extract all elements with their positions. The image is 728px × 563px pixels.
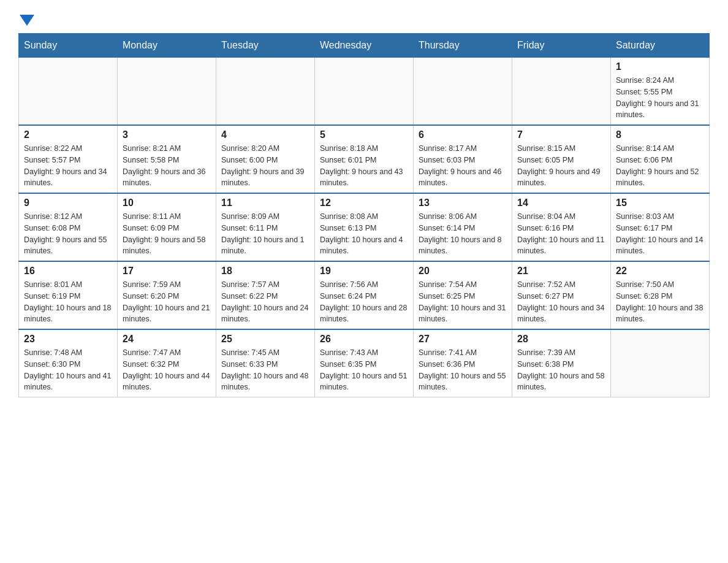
calendar-cell: 8Sunrise: 8:14 AMSunset: 6:06 PMDaylight… <box>611 125 710 193</box>
day-number: 11 <box>221 197 309 209</box>
day-info: Sunrise: 7:52 AMSunset: 6:27 PMDaylight:… <box>517 279 605 325</box>
day-info: Sunrise: 7:47 AMSunset: 6:32 PMDaylight:… <box>123 347 211 393</box>
day-info: Sunrise: 8:03 AMSunset: 6:17 PMDaylight:… <box>616 211 704 257</box>
day-info: Sunrise: 8:12 AMSunset: 6:08 PMDaylight:… <box>24 211 112 257</box>
day-info: Sunrise: 8:21 AMSunset: 5:58 PMDaylight:… <box>123 143 211 189</box>
calendar-cell: 3Sunrise: 8:21 AMSunset: 5:58 PMDaylight… <box>118 125 216 193</box>
day-info: Sunrise: 8:18 AMSunset: 6:01 PMDaylight:… <box>320 143 408 189</box>
calendar-cell: 14Sunrise: 8:04 AMSunset: 6:16 PMDayligh… <box>512 193 611 261</box>
calendar-cell <box>19 58 118 126</box>
calendar-cell: 21Sunrise: 7:52 AMSunset: 6:27 PMDayligh… <box>512 261 611 329</box>
day-number: 8 <box>616 129 704 140</box>
day-number: 7 <box>517 129 605 140</box>
day-info: Sunrise: 7:50 AMSunset: 6:28 PMDaylight:… <box>616 279 704 325</box>
calendar-cell: 23Sunrise: 7:48 AMSunset: 6:30 PMDayligh… <box>19 329 118 397</box>
day-number: 1 <box>616 61 704 72</box>
day-number: 14 <box>517 197 605 209</box>
day-number: 23 <box>24 334 112 345</box>
calendar-week-row: 23Sunrise: 7:48 AMSunset: 6:30 PMDayligh… <box>19 329 710 397</box>
calendar-week-row: 16Sunrise: 8:01 AMSunset: 6:19 PMDayligh… <box>19 261 710 329</box>
page-header <box>18 12 710 27</box>
calendar-week-row: 1Sunrise: 8:24 AMSunset: 5:55 PMDaylight… <box>19 58 710 126</box>
calendar-cell: 22Sunrise: 7:50 AMSunset: 6:28 PMDayligh… <box>611 261 710 329</box>
calendar-header-monday: Monday <box>118 34 216 58</box>
calendar-header-row: SundayMondayTuesdayWednesdayThursdayFrid… <box>19 34 710 58</box>
calendar-cell: 6Sunrise: 8:17 AMSunset: 6:03 PMDaylight… <box>414 125 512 193</box>
calendar-header-friday: Friday <box>512 34 611 58</box>
calendar-cell: 18Sunrise: 7:57 AMSunset: 6:22 PMDayligh… <box>216 261 315 329</box>
calendar-cell: 19Sunrise: 7:56 AMSunset: 6:24 PMDayligh… <box>315 261 414 329</box>
day-info: Sunrise: 8:08 AMSunset: 6:13 PMDaylight:… <box>320 211 408 257</box>
calendar-cell: 9Sunrise: 8:12 AMSunset: 6:08 PMDaylight… <box>19 193 118 261</box>
calendar-cell <box>216 58 315 126</box>
day-info: Sunrise: 7:59 AMSunset: 6:20 PMDaylight:… <box>123 279 211 325</box>
calendar-cell: 10Sunrise: 8:11 AMSunset: 6:09 PMDayligh… <box>118 193 216 261</box>
calendar-cell <box>414 58 512 126</box>
day-number: 16 <box>24 266 112 277</box>
calendar-cell: 20Sunrise: 7:54 AMSunset: 6:25 PMDayligh… <box>414 261 512 329</box>
calendar-cell: 15Sunrise: 8:03 AMSunset: 6:17 PMDayligh… <box>611 193 710 261</box>
logo-triangle-icon <box>20 15 34 26</box>
calendar-cell: 26Sunrise: 7:43 AMSunset: 6:35 PMDayligh… <box>315 329 414 397</box>
calendar-cell: 24Sunrise: 7:47 AMSunset: 6:32 PMDayligh… <box>118 329 216 397</box>
day-info: Sunrise: 7:43 AMSunset: 6:35 PMDaylight:… <box>320 347 408 393</box>
day-number: 24 <box>123 334 211 345</box>
day-number: 6 <box>419 129 507 140</box>
calendar-cell: 4Sunrise: 8:20 AMSunset: 6:00 PMDaylight… <box>216 125 315 193</box>
calendar-cell: 7Sunrise: 8:15 AMSunset: 6:05 PMDaylight… <box>512 125 611 193</box>
calendar-cell: 27Sunrise: 7:41 AMSunset: 6:36 PMDayligh… <box>414 329 512 397</box>
day-info: Sunrise: 7:45 AMSunset: 6:33 PMDaylight:… <box>221 347 309 393</box>
day-number: 27 <box>419 334 507 345</box>
calendar-cell <box>512 58 611 126</box>
day-number: 15 <box>616 197 704 209</box>
day-number: 25 <box>221 334 309 345</box>
day-number: 19 <box>320 266 408 277</box>
day-info: Sunrise: 8:01 AMSunset: 6:19 PMDaylight:… <box>24 279 112 325</box>
day-number: 20 <box>419 266 507 277</box>
calendar-cell: 25Sunrise: 7:45 AMSunset: 6:33 PMDayligh… <box>216 329 315 397</box>
day-number: 26 <box>320 334 408 345</box>
day-info: Sunrise: 7:48 AMSunset: 6:30 PMDaylight:… <box>24 347 112 393</box>
day-number: 12 <box>320 197 408 209</box>
calendar-header-wednesday: Wednesday <box>315 34 414 58</box>
day-info: Sunrise: 8:17 AMSunset: 6:03 PMDaylight:… <box>419 143 507 189</box>
calendar-cell <box>315 58 414 126</box>
day-info: Sunrise: 7:56 AMSunset: 6:24 PMDaylight:… <box>320 279 408 325</box>
day-info: Sunrise: 8:06 AMSunset: 6:14 PMDaylight:… <box>419 211 507 257</box>
calendar-header-saturday: Saturday <box>611 34 710 58</box>
day-number: 5 <box>320 129 408 140</box>
calendar-cell: 13Sunrise: 8:06 AMSunset: 6:14 PMDayligh… <box>414 193 512 261</box>
day-number: 21 <box>517 266 605 277</box>
day-info: Sunrise: 8:15 AMSunset: 6:05 PMDaylight:… <box>517 143 605 189</box>
calendar-cell: 12Sunrise: 8:08 AMSunset: 6:13 PMDayligh… <box>315 193 414 261</box>
day-info: Sunrise: 8:22 AMSunset: 5:57 PMDaylight:… <box>24 143 112 189</box>
calendar-cell: 11Sunrise: 8:09 AMSunset: 6:11 PMDayligh… <box>216 193 315 261</box>
calendar-cell: 2Sunrise: 8:22 AMSunset: 5:57 PMDaylight… <box>19 125 118 193</box>
day-info: Sunrise: 8:11 AMSunset: 6:09 PMDaylight:… <box>123 211 211 257</box>
day-number: 18 <box>221 266 309 277</box>
day-number: 10 <box>123 197 211 209</box>
day-number: 2 <box>24 129 112 140</box>
day-number: 9 <box>24 197 112 209</box>
day-info: Sunrise: 7:41 AMSunset: 6:36 PMDaylight:… <box>419 347 507 393</box>
day-number: 22 <box>616 266 704 277</box>
day-info: Sunrise: 7:39 AMSunset: 6:38 PMDaylight:… <box>517 347 605 393</box>
calendar-cell: 5Sunrise: 8:18 AMSunset: 6:01 PMDaylight… <box>315 125 414 193</box>
calendar-cell: 17Sunrise: 7:59 AMSunset: 6:20 PMDayligh… <box>118 261 216 329</box>
day-number: 28 <box>517 334 605 345</box>
day-number: 4 <box>221 129 309 140</box>
calendar-header-sunday: Sunday <box>19 34 118 58</box>
calendar-cell <box>611 329 710 397</box>
day-number: 17 <box>123 266 211 277</box>
day-info: Sunrise: 8:09 AMSunset: 6:11 PMDaylight:… <box>221 211 309 257</box>
calendar-table: SundayMondayTuesdayWednesdayThursdayFrid… <box>18 33 710 397</box>
day-info: Sunrise: 8:04 AMSunset: 6:16 PMDaylight:… <box>517 211 605 257</box>
day-info: Sunrise: 8:14 AMSunset: 6:06 PMDaylight:… <box>616 143 704 189</box>
calendar-cell <box>118 58 216 126</box>
day-number: 13 <box>419 197 507 209</box>
calendar-week-row: 9Sunrise: 8:12 AMSunset: 6:08 PMDaylight… <box>19 193 710 261</box>
calendar-header-thursday: Thursday <box>414 34 512 58</box>
calendar-week-row: 2Sunrise: 8:22 AMSunset: 5:57 PMDaylight… <box>19 125 710 193</box>
day-number: 3 <box>123 129 211 140</box>
logo <box>18 12 34 27</box>
